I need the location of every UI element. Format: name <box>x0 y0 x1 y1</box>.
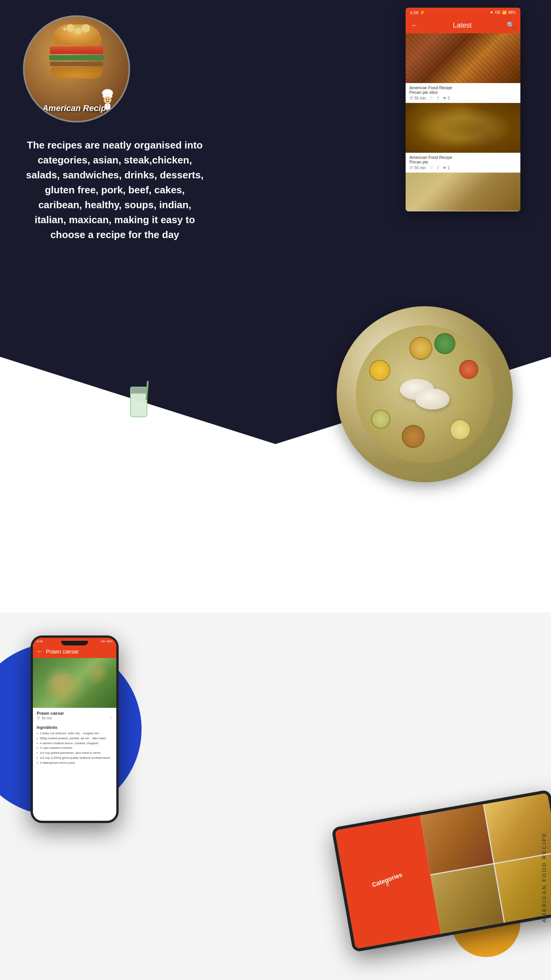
pecan-image <box>406 103 520 153</box>
center-food <box>396 375 453 413</box>
search-button[interactable]: 🔍 <box>507 21 515 29</box>
status-time: 6:08 <box>410 10 418 15</box>
ingredient-6: 1/2 cup (125ml) good-quality seafood coc… <box>37 756 112 761</box>
ingredient-5: 1/4 cup grated parmesan, plus extra to s… <box>37 751 112 756</box>
idli-2 <box>415 389 450 410</box>
recipe-info-1: American Food Recipe Pecan pie slice ⏱ 5… <box>406 83 520 103</box>
recipe-card-3[interactable] <box>406 173 520 211</box>
bowl-1 <box>409 337 432 360</box>
phone-header: ← Latest 🔍 <box>406 17 520 33</box>
middle-section <box>0 299 551 612</box>
phone-screen-header-vertical: ← Prawn caesar <box>33 645 116 658</box>
thali-plate <box>337 306 520 490</box>
recipe-share-1[interactable]: ⤴ <box>437 96 439 100</box>
ingredient-3: 4 rashers rindless bacon, cooked, choppe… <box>37 741 112 746</box>
recipe-category-1: American Food Recipe Pecan pie slice <box>409 85 517 95</box>
drink-glass <box>130 387 151 425</box>
status-right: ▼ HD 📶 98% <box>490 10 516 15</box>
ingredient-4: 2 cups toasted croutons <box>37 746 112 751</box>
prawn-caesar-image <box>33 658 116 708</box>
back-button[interactable]: ← <box>411 21 418 29</box>
bowl-4 <box>450 419 471 440</box>
svg-point-4 <box>108 99 109 100</box>
ingredients-title: Ingredients <box>37 725 112 730</box>
share-icon-1: ⤴ <box>437 96 439 100</box>
bun-bottom <box>51 67 103 78</box>
recipe-time-1: ⏱ 55 min <box>409 96 426 100</box>
status-bar: 6:08 ⚡ ▼ HD 📶 98% <box>406 8 520 17</box>
eye-icon-1: 👁 <box>443 96 447 100</box>
recipe-meta-2: ⏱ 55 min ♡ ⤴ 👁 1 <box>409 166 517 170</box>
app-logo: American Recipe <box>23 15 130 122</box>
burger-visual <box>38 21 115 82</box>
clock-icon-2: ⏱ <box>409 166 413 170</box>
clock-icon-1: ⏱ <box>409 96 413 100</box>
svg-point-6 <box>107 105 108 106</box>
network-bars: 📶 <box>502 10 507 15</box>
recipe-share-2[interactable]: ⤴ <box>437 166 439 170</box>
description-text: The recipes are neatly organised into ca… <box>23 138 207 242</box>
tablet-food-3 <box>430 864 504 934</box>
bowl-3 <box>459 360 478 379</box>
recipe-meta-1: ⏱ 55 min ♡ ⤴ 👁 2 <box>409 96 517 100</box>
hd-badge: HD <box>495 10 500 15</box>
bowl-5 <box>402 425 425 448</box>
ingredients-section: Ingredients 2 baby cos lettuces, outer l… <box>33 723 116 768</box>
bowl-6 <box>371 410 390 429</box>
prawn-recipe-time: ⏱ 55 min ♡ <box>37 716 112 720</box>
phone-screen: 6:08 HD 98% ← Prawn caesar Prawn caesar <box>33 638 116 821</box>
prawn-recipe-details: Prawn caesar ⏱ 55 min ♡ <box>33 708 116 723</box>
vertical-battery: 98% <box>106 640 112 643</box>
bowl-2 <box>434 333 455 354</box>
signal-icon: ▼ <box>490 10 494 15</box>
thali-inner <box>356 325 494 463</box>
recipe-views-2: 👁 1 <box>443 166 450 170</box>
tablet-food-1 <box>420 804 493 874</box>
bowl-7 <box>369 360 390 381</box>
third-recipe-image <box>406 173 520 211</box>
salad-bowl-visual <box>44 673 90 704</box>
share-icon-2: ⤴ <box>437 166 439 170</box>
burger-patty <box>50 62 103 66</box>
phone-mockup-vertical: 6:08 HD 98% ← Prawn caesar Prawn caesar <box>31 635 119 823</box>
app-title-overlay: AMERICAN FOOD RECIPE <box>541 832 547 923</box>
recipe-category-2: American Food Recipe Pecan pie <box>409 155 517 164</box>
prawn-recipe-name: Prawn caesar <box>37 711 112 715</box>
status-indicator: ⚡ <box>420 10 425 15</box>
svg-point-7 <box>107 106 108 107</box>
vertical-time: 6:08 <box>37 640 43 643</box>
phone-notch <box>61 641 88 645</box>
svg-point-3 <box>106 99 107 100</box>
prawn-heart-icon[interactable]: ♡ <box>109 716 112 720</box>
recipe-card-1[interactable]: American Food Recipe Pecan pie slice ⏱ 5… <box>406 33 520 103</box>
ingredient-1: 2 baby cos lettuces, outer lea... roughl… <box>37 731 112 736</box>
top-section: American Recipe <box>0 0 551 299</box>
phone-mockup-top: 6:08 ⚡ ▼ HD 📶 98% ← Latest 🔍 American Fo… <box>406 8 520 211</box>
ingredient-2: 500g cooked prawns, peeled, de-vei... ta… <box>37 736 112 741</box>
vertical-back[interactable]: ← <box>37 648 43 655</box>
vertical-status-right: HD 98% <box>101 640 112 643</box>
recipe-heart-2[interactable]: ♡ <box>430 166 433 170</box>
svg-point-2 <box>104 96 111 104</box>
tablet-right-panel <box>420 793 551 934</box>
battery-level: 98% <box>508 10 516 15</box>
burger-lettuce <box>49 55 104 60</box>
recipe-info-2: American Food Recipe Pecan pie ⏱ 55 min … <box>406 153 520 172</box>
thali-outer <box>337 306 513 482</box>
bun-top <box>52 24 101 46</box>
bottom-section: 6:08 HD 98% ← Prawn caesar Prawn caesar <box>0 612 551 980</box>
pecan-slice-image <box>406 33 520 83</box>
recipe-views-1: 👁 2 <box>443 96 450 100</box>
chef-icon <box>100 88 121 115</box>
heart-icon-2: ♡ <box>430 166 433 170</box>
eye-icon-2: 👁 <box>443 166 447 170</box>
ingredient-7: 2 tablespoons lemon juice <box>37 761 112 766</box>
vertical-hd: HD <box>101 640 105 643</box>
recipe-time-2: ⏱ 55 min <box>409 166 426 170</box>
vertical-title: Prawn caesar <box>46 648 79 655</box>
recipe-card-2[interactable]: American Food Recipe Pecan pie ⏱ 55 min … <box>406 103 520 173</box>
tablet-left-content: Categories 🔍 <box>371 874 404 891</box>
burger-filling <box>50 46 103 54</box>
time-clock-icon: ⏱ <box>37 716 40 720</box>
recipe-heart-1[interactable]: ♡ <box>430 96 433 100</box>
